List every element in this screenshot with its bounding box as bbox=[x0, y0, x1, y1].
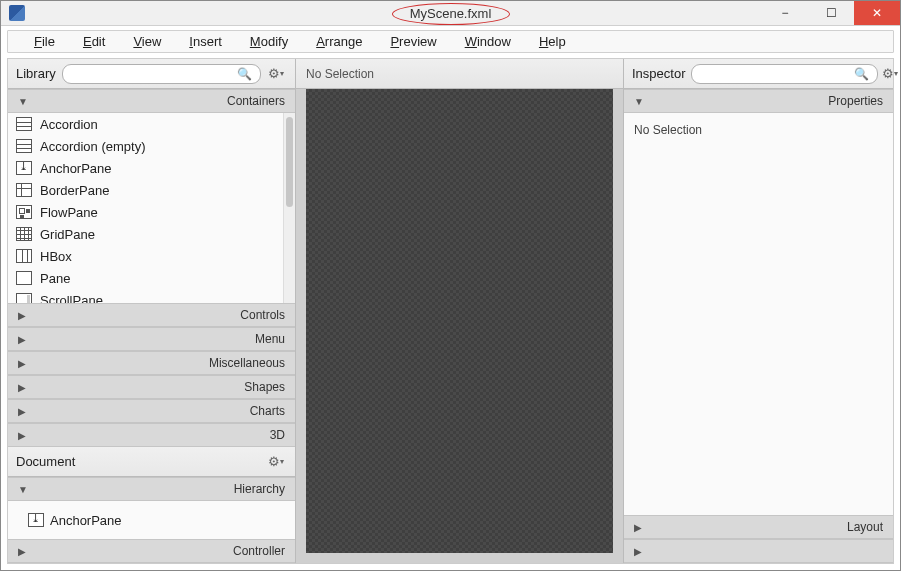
window-controls: − ☐ ✕ bbox=[762, 1, 900, 25]
chevron-right-icon: ▶ bbox=[18, 406, 32, 417]
document-title: Document bbox=[16, 454, 75, 469]
container-icon bbox=[16, 293, 32, 303]
design-canvas[interactable] bbox=[306, 89, 613, 553]
inspector-header: Inspector 🔍 ⚙▾ bbox=[624, 59, 893, 89]
section-3d[interactable]: ▶3D bbox=[8, 423, 295, 447]
maximize-button[interactable]: ☐ bbox=[808, 1, 854, 25]
section-menu[interactable]: ▶Menu bbox=[8, 327, 295, 351]
list-item[interactable]: Pane bbox=[8, 267, 295, 289]
menu-file[interactable]: File bbox=[22, 31, 67, 52]
section-charts[interactable]: ▶Charts bbox=[8, 399, 295, 423]
list-item[interactable]: BorderPane bbox=[8, 179, 295, 201]
list-item-label: HBox bbox=[40, 249, 72, 264]
library-title: Library bbox=[16, 66, 56, 81]
section-controller[interactable]: ▶Controller bbox=[8, 539, 295, 563]
library-search[interactable]: 🔍 bbox=[62, 64, 261, 84]
section-label: Shapes bbox=[244, 380, 285, 394]
left-column: Library 🔍 ⚙▾ ▼ Containers Accordion Acco… bbox=[8, 59, 296, 563]
containers-scroll[interactable]: Accordion Accordion (empty) AnchorPane B… bbox=[8, 113, 295, 303]
container-icon bbox=[16, 139, 32, 153]
section-label: Menu bbox=[255, 332, 285, 346]
section-shapes[interactable]: ▶Shapes bbox=[8, 375, 295, 399]
inspector-search[interactable]: 🔍 bbox=[691, 64, 878, 84]
menu-arrange[interactable]: Arrange bbox=[304, 31, 374, 52]
list-item[interactable]: ScrollPane bbox=[8, 289, 295, 303]
container-icon bbox=[16, 271, 32, 285]
list-item[interactable]: GridPane bbox=[8, 223, 295, 245]
chevron-right-icon: ▶ bbox=[634, 546, 648, 557]
section-label: Hierarchy bbox=[234, 482, 285, 496]
section-containers[interactable]: ▼ Containers bbox=[8, 89, 295, 113]
list-item[interactable]: Accordion bbox=[8, 113, 295, 135]
menu-view[interactable]: View bbox=[121, 31, 173, 52]
scrollbar-thumb[interactable] bbox=[286, 117, 293, 207]
library-menu-button[interactable]: ⚙▾ bbox=[265, 66, 287, 81]
tree-root-item[interactable]: AnchorPane bbox=[18, 509, 285, 531]
section-miscellaneous[interactable]: ▶Miscellaneous bbox=[8, 351, 295, 375]
selection-path: No Selection bbox=[306, 67, 374, 81]
section-properties[interactable]: ▼Properties bbox=[624, 89, 893, 113]
app-icon bbox=[9, 5, 25, 21]
list-item-label: ScrollPane bbox=[40, 293, 103, 304]
chevron-down-icon: ▼ bbox=[18, 96, 32, 107]
list-item[interactable]: HBox bbox=[8, 245, 295, 267]
container-icon bbox=[16, 161, 32, 175]
chevron-down-icon: ▼ bbox=[18, 484, 32, 495]
right-column: Inspector 🔍 ⚙▾ ▼Properties No Selection … bbox=[623, 59, 893, 563]
container-icon bbox=[16, 227, 32, 241]
container-icon bbox=[16, 117, 32, 131]
section-label: 3D bbox=[270, 428, 285, 442]
menu-preview[interactable]: Preview bbox=[378, 31, 448, 52]
section-label: Properties bbox=[828, 94, 883, 108]
search-icon: 🔍 bbox=[237, 67, 252, 81]
chevron-right-icon: ▶ bbox=[18, 310, 32, 321]
chevron-right-icon: ▶ bbox=[634, 522, 648, 533]
list-item[interactable]: FlowPane bbox=[8, 201, 295, 223]
section-layout[interactable]: ▶Layout bbox=[624, 515, 893, 539]
library-search-input[interactable] bbox=[71, 67, 233, 81]
chevron-right-icon: ▶ bbox=[18, 334, 32, 345]
tree-item-label: AnchorPane bbox=[50, 513, 122, 528]
list-item[interactable]: Accordion (empty) bbox=[8, 135, 295, 157]
menu-window[interactable]: Window bbox=[453, 31, 523, 52]
center-column: No Selection bbox=[296, 59, 623, 563]
inspector-search-input[interactable] bbox=[700, 67, 850, 81]
section-hierarchy[interactable]: ▼Hierarchy bbox=[8, 477, 295, 501]
section-controls[interactable]: ▶Controls bbox=[8, 303, 295, 327]
menu-insert[interactable]: Insert bbox=[177, 31, 234, 52]
inspector-menu-button[interactable]: ⚙▾ bbox=[882, 66, 898, 81]
menu-edit[interactable]: Edit bbox=[71, 31, 117, 52]
properties-content: No Selection bbox=[624, 113, 893, 515]
list-item-label: BorderPane bbox=[40, 183, 109, 198]
anchorpane-icon bbox=[28, 513, 44, 527]
content-header: No Selection bbox=[296, 59, 623, 89]
section-code[interactable]: ▶ bbox=[624, 539, 893, 563]
scrollbar[interactable] bbox=[283, 113, 295, 303]
chevron-right-icon: ▶ bbox=[18, 430, 32, 441]
chevron-right-icon: ▶ bbox=[18, 546, 32, 557]
close-button[interactable]: ✕ bbox=[854, 1, 900, 25]
minimize-button[interactable]: − bbox=[762, 1, 808, 25]
menu-help[interactable]: Help bbox=[527, 31, 578, 52]
document-header: Document ⚙▾ bbox=[8, 447, 295, 477]
section-label: Miscellaneous bbox=[209, 356, 285, 370]
container-icon bbox=[16, 183, 32, 197]
inspector-title: Inspector bbox=[632, 66, 685, 81]
window-title: MyScene.fxml bbox=[410, 6, 492, 21]
containers-list: Accordion Accordion (empty) AnchorPane B… bbox=[8, 113, 295, 303]
list-item[interactable]: AnchorPane bbox=[8, 157, 295, 179]
chevron-right-icon: ▶ bbox=[18, 358, 32, 369]
library-header: Library 🔍 ⚙▾ bbox=[8, 59, 295, 89]
main-area: Library 🔍 ⚙▾ ▼ Containers Accordion Acco… bbox=[7, 58, 894, 564]
section-label: Layout bbox=[847, 520, 883, 534]
app-window: MyScene.fxml − ☐ ✕ File Edit View Insert… bbox=[0, 0, 901, 571]
list-item-label: Pane bbox=[40, 271, 70, 286]
list-item-label: FlowPane bbox=[40, 205, 98, 220]
menu-modify[interactable]: Modify bbox=[238, 31, 300, 52]
search-icon: 🔍 bbox=[854, 67, 869, 81]
document-menu-button[interactable]: ⚙▾ bbox=[265, 454, 287, 469]
list-item-label: GridPane bbox=[40, 227, 95, 242]
list-item-label: AnchorPane bbox=[40, 161, 112, 176]
section-label: Controller bbox=[233, 544, 285, 558]
chevron-down-icon: ▼ bbox=[634, 96, 648, 107]
